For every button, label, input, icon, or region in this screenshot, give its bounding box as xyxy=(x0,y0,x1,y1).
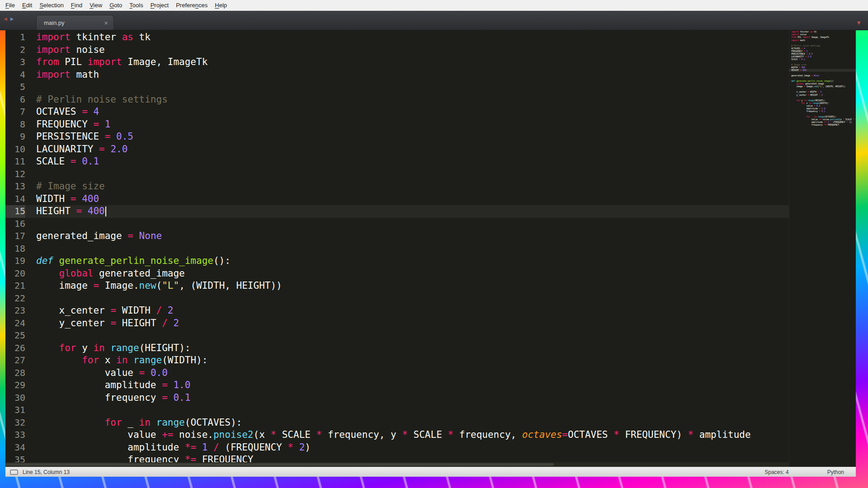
line-number: 3 xyxy=(5,56,25,69)
line-number: 32 xyxy=(5,417,25,429)
line-number: 6 xyxy=(5,94,25,106)
code-line-5: 5 xyxy=(5,81,856,94)
line-number: 14 xyxy=(5,193,25,206)
chevron-down-icon[interactable]: ▼ xyxy=(856,20,862,26)
line-number: 12 xyxy=(5,168,25,181)
code-line-16: 16 xyxy=(5,218,856,230)
menu-preferences[interactable]: Preferences xyxy=(172,0,211,10)
syntax-selector[interactable]: Python xyxy=(827,469,844,475)
line-number: 28 xyxy=(5,367,25,380)
tab-scroll-left-icon[interactable]: ◀ xyxy=(4,17,7,21)
code-line-15: 15HEIGHT = 400 xyxy=(5,205,856,218)
line-number: 13 xyxy=(5,180,25,193)
tab-label: main.py xyxy=(44,19,65,26)
code-area[interactable]: 1import tkinter as tk2import noise3from … xyxy=(5,31,856,466)
code-line-19: 19def generate_perlin_noise_image(): xyxy=(5,255,856,267)
menu-edit[interactable]: Edit xyxy=(19,0,36,10)
code-line-2: 2import noise xyxy=(5,44,856,56)
line-number: 7 xyxy=(5,106,25,118)
code-line-6: 6# Perlin noise settings xyxy=(5,94,856,106)
menu-file[interactable]: File xyxy=(2,0,19,10)
code-line-7: 7OCTAVES = 4 xyxy=(5,106,856,118)
close-icon[interactable]: × xyxy=(104,19,108,26)
code-line-20: 20 global generated_image xyxy=(5,267,856,280)
code-line-13: 13# Image size xyxy=(5,180,856,193)
line-number: 23 xyxy=(5,305,25,317)
code-line-12: 12 xyxy=(5,168,856,181)
line-number: 27 xyxy=(5,354,25,367)
line-number: 19 xyxy=(5,255,25,267)
menu-project[interactable]: Project xyxy=(147,0,172,10)
code-line-8: 8FREQUENCY = 1 xyxy=(5,118,856,131)
horizontal-scrollbar-handle[interactable] xyxy=(5,463,554,466)
line-number: 33 xyxy=(5,429,25,441)
code-line-17: 17generated_image = None xyxy=(5,230,856,243)
code-line-28: 28 value = 0.0 xyxy=(5,367,856,380)
code-line-14: 14WIDTH = 400 xyxy=(5,193,856,206)
menu-tools[interactable]: Tools xyxy=(126,0,146,10)
tab-scroll-right-icon[interactable]: ▶ xyxy=(10,17,14,21)
code-line-31: 31 xyxy=(5,404,856,417)
code-line-27: 27 for x in range(WIDTH): xyxy=(5,354,856,367)
code-line-33: value += noise.pnoise2(x * SCALE * frequ… xyxy=(789,118,856,121)
line-number: 22 xyxy=(5,292,25,305)
line-number: 5 xyxy=(5,81,25,94)
menu-help[interactable]: Help xyxy=(211,0,231,10)
line-number: 20 xyxy=(5,267,25,280)
code-line-3: 3from PIL import Image, ImageTk xyxy=(5,56,856,69)
cursor-position-label: Line 15, Column 13 xyxy=(23,469,70,475)
code-line-18: 18 xyxy=(5,243,856,255)
menu-bar: FileEditSelectionFindViewGotoToolsProjec… xyxy=(0,0,868,11)
code-line-34: 34 amplitude *= 1 / (FREQUENCY * 2) xyxy=(5,441,856,454)
line-number: 15 xyxy=(5,205,25,218)
minimap[interactable]: import tkinter as tkimport noisefrom PIL… xyxy=(789,30,856,467)
minimap-content: import tkinter as tkimport noisefrom PIL… xyxy=(789,30,856,127)
tab-main-py[interactable]: main.py × xyxy=(36,15,114,30)
line-number: 34 xyxy=(5,441,25,454)
line-number: 31 xyxy=(5,404,25,417)
code-line-24: 24 y_center = HEIGHT / 2 xyxy=(5,317,856,330)
line-number: 25 xyxy=(5,329,25,342)
code-line-1: 1import tkinter as tk xyxy=(5,31,856,44)
line-number: 4 xyxy=(5,69,25,81)
line-number: 17 xyxy=(5,230,25,243)
line-number: 11 xyxy=(5,155,25,168)
line-number: 30 xyxy=(5,392,25,404)
code-editor[interactable]: 1import tkinter as tk2import noise3from … xyxy=(5,30,856,467)
code-line-32: 32 for _ in range(OCTAVES): xyxy=(5,417,856,429)
tab-scroll-arrows: ◀ ▶ xyxy=(4,17,14,21)
horizontal-scrollbar[interactable] xyxy=(5,462,789,467)
line-number: 8 xyxy=(5,118,25,131)
line-number: 24 xyxy=(5,317,25,330)
code-line-35: frequency *= FREQUENCY xyxy=(789,124,856,127)
line-number: 1 xyxy=(5,31,25,44)
code-line-30: 30 frequency = 0.1 xyxy=(5,392,856,404)
line-number: 9 xyxy=(5,131,25,143)
status-panel-icon[interactable] xyxy=(10,469,18,475)
code-line-9: 9PERSISTENCE = 0.5 xyxy=(5,131,856,143)
menu-view[interactable]: View xyxy=(86,0,106,10)
line-number: 26 xyxy=(5,342,25,355)
code-line-21: 21 image = Image.new("L", (WIDTH, HEIGHT… xyxy=(5,280,856,292)
menu-goto[interactable]: Goto xyxy=(106,0,126,10)
code-line-10: 10LACUNARITY = 2.0 xyxy=(5,143,856,156)
code-line-33: 33 value += noise.pnoise2(x * SCALE * fr… xyxy=(5,429,856,441)
code-line-25: 25 xyxy=(5,329,856,342)
code-line-26: 26 for y in range(HEIGHT): xyxy=(5,342,856,355)
code-line-4: 4import math xyxy=(5,69,856,81)
menu-find[interactable]: Find xyxy=(67,0,86,10)
line-number: 10 xyxy=(5,143,25,156)
line-number: 21 xyxy=(5,280,25,292)
line-number: 2 xyxy=(5,44,25,56)
line-number: 29 xyxy=(5,379,25,392)
code-line-23: 23 x_center = WIDTH / 2 xyxy=(5,305,856,317)
code-line-29: 29 amplitude = 1.0 xyxy=(5,379,856,392)
line-number: 18 xyxy=(5,243,25,255)
indent-settings[interactable]: Spaces: 4 xyxy=(764,469,788,475)
tab-bar: ◀ ▶ main.py × ▼ xyxy=(0,11,868,30)
menu-selection[interactable]: Selection xyxy=(36,0,67,10)
text-cursor xyxy=(105,206,106,216)
status-bar: Line 15, Column 13 Spaces: 4 Python xyxy=(5,467,856,477)
line-number: 16 xyxy=(5,218,25,230)
code-line-11: 11SCALE = 0.1 xyxy=(5,155,856,168)
